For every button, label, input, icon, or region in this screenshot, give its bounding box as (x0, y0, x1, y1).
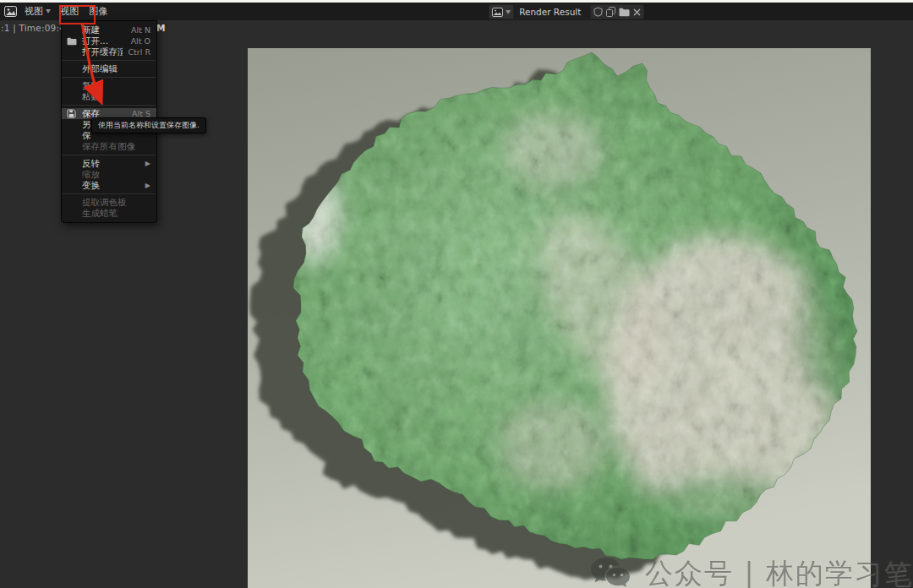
app-window: 视图 ▼ 视图 图像 ▼ Render Result (0, 0, 913, 588)
menu-icon-spacer (67, 198, 79, 207)
image-name-field[interactable]: Render Result (514, 4, 591, 19)
menu-icon-spacer (67, 159, 79, 168)
submenu-arrow-icon: ▶ (145, 160, 150, 167)
menu-icon-spacer (67, 131, 79, 140)
image-editor-header: 视图 ▼ 视图 图像 (0, 3, 913, 20)
editor-type-button[interactable] (0, 3, 20, 20)
menu-item-generate-grease-pencil[interactable]: 生成蜡笔 (62, 208, 156, 219)
mode-dropdown-label: 视图 (25, 5, 43, 18)
menu-separator (63, 193, 156, 194)
browse-image-button[interactable]: ▼ (489, 4, 514, 19)
menu-image[interactable]: 图像 (84, 3, 112, 20)
menu-item-invert[interactable]: 反转▶ (62, 158, 156, 169)
menu-item-label: 打开... (79, 35, 126, 47)
menu-item-label: 新建 (79, 24, 126, 36)
browse-image-icon (492, 8, 503, 17)
menu-item-paste[interactable]: 粘贴 (62, 91, 156, 102)
menu-icon-spacer (67, 120, 79, 129)
menu-item-label: 外部编辑 (79, 63, 150, 75)
menu-image-label: 图像 (89, 5, 107, 18)
menu-icon-spacer (67, 209, 79, 218)
menu-item-shortcut: Alt N (131, 25, 150, 35)
mode-dropdown[interactable]: 视图 ▼ (20, 3, 55, 20)
menu-item-extract-palette[interactable]: 提取调色板 (62, 197, 156, 208)
menu-item-shortcut: Ctrl R (128, 47, 150, 57)
datablock-tools (591, 4, 644, 19)
menu-icon-spacer (67, 64, 79, 74)
menu-item-open-cached-render[interactable]: 打开缓存渲染Ctrl R (62, 46, 156, 57)
menu-item-label: 打开缓存渲染 (79, 46, 123, 58)
menu-separator (63, 105, 156, 106)
menu-icon-spacer (67, 25, 79, 35)
folder-icon (67, 36, 79, 46)
menu-item-label: 复制 (79, 80, 150, 92)
menu-item-label: 提取调色板 (79, 197, 150, 209)
menu-view-label: 视图 (60, 5, 79, 18)
menu-separator (63, 60, 156, 61)
menu-view[interactable]: 视图 (55, 3, 84, 20)
chevron-down-icon: ▼ (46, 8, 51, 14)
chevron-down-icon: ▼ (506, 8, 511, 14)
menu-icon-spacer (67, 181, 79, 190)
menu-item-label: 生成蜡笔 (79, 208, 150, 220)
menu-item-resize[interactable]: 缩放 (62, 169, 156, 180)
unlink-x-icon[interactable] (633, 8, 641, 16)
menu-icon-spacer (67, 47, 79, 57)
menu-item-label: 保存所有图像 (79, 141, 150, 153)
menu-item-save-all-images[interactable]: 保存所有图像 (62, 141, 156, 152)
menu-item-transform[interactable]: 变换▶ (62, 180, 156, 191)
viewport-info-mem: M (156, 23, 166, 33)
menu-icon-spacer (67, 81, 79, 90)
menu-item-label: 反转 (79, 158, 142, 170)
fake-user-shield-icon[interactable] (593, 7, 603, 17)
menu-item-label: 变换 (79, 180, 142, 192)
menu-icon-spacer (67, 92, 79, 101)
save-icon (67, 109, 79, 118)
new-image-icon[interactable] (606, 7, 615, 17)
menu-icon-spacer (67, 170, 79, 179)
image-datablock-selector: ▼ Render Result (489, 5, 644, 19)
menu-separator (63, 77, 156, 78)
menu-item-new[interactable]: 新建Alt N (62, 24, 156, 35)
menu-item-label: 缩放 (79, 169, 150, 181)
render-result-image (248, 48, 871, 588)
menu-item-shortcut: Alt O (131, 36, 150, 46)
menu-icon-spacer (67, 142, 79, 151)
menu-separator (63, 155, 156, 155)
menu-item-label: 粘贴 (79, 91, 150, 103)
menu-item-copy[interactable]: 复制 (62, 80, 156, 91)
menu-item-open[interactable]: 打开...Alt O (62, 35, 156, 46)
submenu-arrow-icon: ▶ (145, 182, 150, 189)
save-tooltip: 使用当前名称和设置保存图像. (91, 117, 206, 133)
open-folder-icon[interactable] (619, 8, 630, 17)
menu-item-edit-externally[interactable]: 外部编辑 (62, 63, 156, 74)
image-editor-icon (4, 6, 17, 17)
